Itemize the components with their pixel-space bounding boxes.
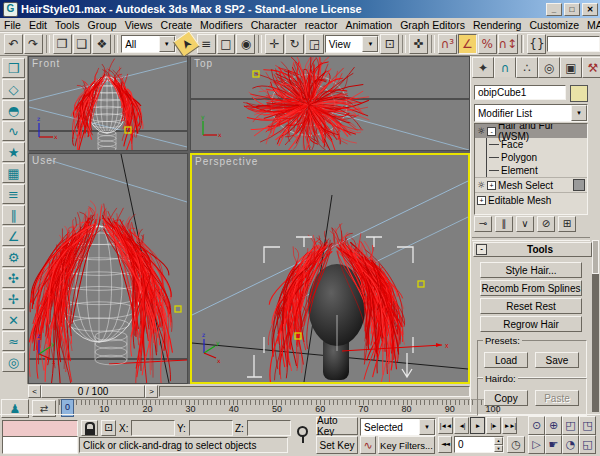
copy-button[interactable]: Copy bbox=[484, 390, 528, 406]
select-and-move-icon[interactable]: ✛ bbox=[265, 34, 284, 54]
cloth-collection-icon[interactable]: ◇ bbox=[2, 79, 25, 99]
regrow-hair-button[interactable]: Regrow Hair bbox=[480, 316, 582, 332]
stack-row-editable-mesh[interactable]: + Editable Mesh bbox=[475, 192, 587, 207]
show-end-result-icon[interactable]: ∥ bbox=[495, 216, 513, 232]
collapse-icon[interactable]: - bbox=[487, 127, 496, 136]
toy-car-icon[interactable]: ✣ bbox=[2, 268, 25, 288]
menu-item-reactor[interactable]: reactor bbox=[301, 19, 342, 31]
menu-item-tools[interactable]: Tools bbox=[51, 19, 84, 31]
play-button[interactable]: ► bbox=[470, 417, 485, 434]
menu-item-edit[interactable]: Edit bbox=[25, 19, 51, 31]
menu-item-views[interactable]: Views bbox=[121, 19, 157, 31]
close-button[interactable]: ✕ bbox=[582, 3, 598, 16]
tab-create[interactable]: ✦ bbox=[472, 57, 494, 78]
damper-icon[interactable]: ∥ bbox=[2, 205, 25, 225]
menu-item-create[interactable]: Create bbox=[157, 19, 197, 31]
select-and-manipulate-icon[interactable]: ✜ bbox=[409, 34, 428, 54]
absolute-offset-mode-toggle[interactable]: ⊡ bbox=[101, 420, 116, 436]
expand-icon[interactable]: + bbox=[477, 196, 486, 205]
key-filters-button[interactable]: Key Filters... bbox=[378, 436, 435, 454]
make-unique-icon[interactable]: ∨ bbox=[516, 216, 534, 232]
use-pivot-point-center-icon[interactable]: ⊡ bbox=[380, 34, 399, 54]
time-slider-handle[interactable]: 0 / 100 bbox=[41, 385, 145, 398]
tab-hierarchy[interactable]: ∴ bbox=[516, 57, 538, 78]
stack-row-mesh-select[interactable]: ☼ + Mesh Select bbox=[475, 177, 587, 192]
select-and-scale-icon[interactable]: ◲ bbox=[305, 34, 324, 54]
command-panel-scrollbar[interactable] bbox=[592, 240, 599, 412]
soft-body-collection-icon[interactable]: ◓ bbox=[2, 100, 25, 120]
chevron-down-icon[interactable]: ▼ bbox=[571, 105, 587, 121]
angle-snap-toggle-icon[interactable]: ∠ bbox=[458, 34, 477, 54]
menu-item-group[interactable]: Group bbox=[84, 19, 121, 31]
object-color-swatch[interactable] bbox=[570, 85, 588, 102]
next-frame-button[interactable]: |► bbox=[486, 417, 501, 434]
paste-button[interactable]: Paste bbox=[535, 390, 579, 406]
fracture-icon[interactable]: ✢ bbox=[2, 289, 25, 309]
rectangular-selection-region-icon[interactable]: □ bbox=[217, 34, 236, 54]
default-tangent-button[interactable]: ∿ bbox=[360, 436, 376, 454]
menu-item-file[interactable]: File bbox=[0, 19, 25, 31]
save-button[interactable]: Save bbox=[535, 352, 579, 368]
viewport-front[interactable]: Front xz bbox=[28, 56, 188, 151]
dashpot-icon[interactable]: ✕ bbox=[2, 310, 25, 330]
modifier-list-dropdown[interactable]: Modifier List ▼ bbox=[474, 104, 588, 122]
load-button[interactable]: Load bbox=[484, 352, 528, 368]
light-bulb-icon[interactable]: ☼ bbox=[477, 127, 485, 136]
light-bulb-icon[interactable]: ☼ bbox=[477, 181, 485, 190]
arc-rotate-button[interactable]: ◔ bbox=[562, 435, 579, 454]
configure-modifier-sets-icon[interactable]: ⊞ bbox=[558, 216, 576, 232]
z-coordinate-field[interactable] bbox=[247, 420, 291, 436]
unlink-selection-icon[interactable]: ❑ bbox=[73, 34, 92, 54]
reset-rest-button[interactable]: Reset Rest bbox=[480, 298, 582, 314]
track-bar-ruler[interactable]: 0 102030405060708090100 bbox=[58, 399, 498, 415]
zoom-button[interactable]: ⊙ bbox=[528, 416, 545, 435]
select-and-link-icon[interactable]: ❐ bbox=[53, 34, 72, 54]
hinge-icon[interactable]: ∠ bbox=[2, 226, 25, 246]
field-of-view-button[interactable]: ▷ bbox=[528, 435, 545, 454]
auto-key-button[interactable]: Auto Key bbox=[316, 417, 358, 435]
constraint-solver-icon[interactable]: ★ bbox=[2, 142, 25, 162]
motor-icon[interactable]: ⚙ bbox=[2, 247, 25, 267]
tab-motion[interactable]: ◎ bbox=[538, 57, 560, 78]
expand-icon[interactable]: + bbox=[487, 181, 496, 190]
time-configuration-button[interactable]: ◷ bbox=[507, 436, 525, 453]
wind-icon[interactable]: ◎ bbox=[2, 352, 25, 372]
spring-icon[interactable]: ≡ bbox=[2, 184, 25, 204]
rollout-collapse-icon[interactable]: - bbox=[476, 244, 487, 255]
stack-subobject-element[interactable]: Element bbox=[475, 164, 587, 177]
stack-subobject-polygon[interactable]: Polygon bbox=[475, 151, 587, 164]
selection-filter-dropdown[interactable]: All▼ bbox=[121, 35, 176, 53]
keyboard-shortcut-override-toggle[interactable] bbox=[292, 423, 313, 445]
redo-icon[interactable]: ↷ bbox=[24, 34, 43, 54]
go-to-start-button[interactable]: |◄◄ bbox=[438, 417, 453, 434]
viewport-top[interactable]: Top xy bbox=[190, 56, 470, 151]
spinner-up-icon[interactable]: ▲ bbox=[494, 437, 503, 445]
spinner-snap-toggle-icon[interactable]: ∩↕ bbox=[498, 34, 518, 54]
tab-display[interactable]: ▣ bbox=[560, 57, 582, 78]
pan-button[interactable]: ☛ bbox=[545, 435, 562, 454]
min-max-toggle-button[interactable]: ◱ bbox=[579, 435, 596, 454]
rope-collection-icon[interactable]: ∿ bbox=[2, 121, 25, 141]
previous-frame-button[interactable]: ◄| bbox=[454, 417, 469, 434]
stack-row-hair-and-fur[interactable]: ☼ - Hair and Fur (WSM) bbox=[475, 124, 587, 138]
selection-lock-toggle[interactable] bbox=[81, 420, 98, 436]
current-frame-field[interactable]: 0 ▲▼ bbox=[454, 436, 504, 453]
frame-spinner[interactable]: ▲▼ bbox=[494, 437, 503, 452]
bind-to-space-warp-icon[interactable]: ❖ bbox=[92, 34, 111, 54]
viewport-perspective[interactable]: Perspective xzyx bbox=[190, 153, 470, 384]
snap-toggle-3d-icon[interactable]: ∩³ bbox=[438, 34, 457, 54]
pin-stack-icon[interactable]: ⊸ bbox=[474, 216, 492, 232]
menu-item-customize[interactable]: Customize bbox=[525, 19, 583, 31]
percent-snap-toggle-icon[interactable]: % bbox=[478, 34, 497, 54]
spinner-down-icon[interactable]: ▼ bbox=[494, 445, 503, 453]
chevron-down-icon[interactable]: ▼ bbox=[362, 36, 378, 52]
viewport-user[interactable]: User zyx bbox=[28, 153, 188, 384]
x-coordinate-field[interactable] bbox=[131, 420, 175, 436]
go-to-end-button[interactable]: ►►| bbox=[502, 417, 517, 434]
maxscript-listener-line[interactable] bbox=[2, 436, 78, 454]
zoom-extents-all-button[interactable]: ◳ bbox=[579, 416, 596, 435]
recomb-from-splines-button[interactable]: Recomb From Splines bbox=[480, 280, 582, 296]
key-mode-dropdown[interactable]: Selected ▼ bbox=[360, 418, 436, 436]
maximize-button[interactable]: □ bbox=[564, 3, 580, 16]
set-key-button[interactable]: Set Key bbox=[316, 436, 358, 454]
